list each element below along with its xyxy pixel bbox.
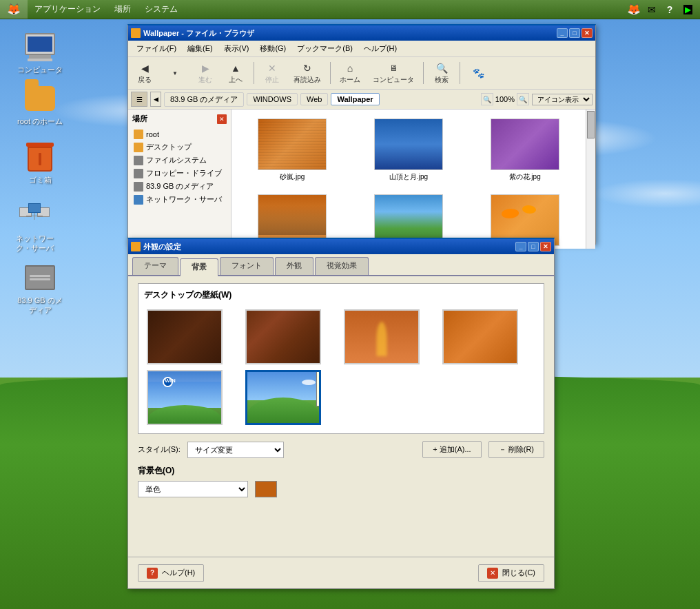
- appearance-minimize[interactable]: _: [515, 242, 526, 251]
- help-button[interactable]: ? ヘルプ(H): [138, 564, 204, 582]
- nav-prev[interactable]: ◀: [150, 92, 161, 107]
- tab-effects[interactable]: 視覚効果: [315, 257, 369, 275]
- sidebar-item-desktop[interactable]: デスクトップ: [131, 141, 228, 154]
- taskbar-menu-apps[interactable]: アプリケーション: [28, 0, 107, 19]
- addr-disk[interactable]: 83.9 GB のメディア: [164, 92, 244, 107]
- wallpaper-item[interactable]: WIN: [147, 370, 223, 425]
- file-browser-window: Wallpaper - ファイル・ブラウザ _ □ ✕ ファイル(F) 編集(E…: [127, 24, 596, 245]
- toolbar-sep4: [460, 62, 460, 84]
- home-label: root のホーム: [17, 116, 63, 126]
- toolbar-computer[interactable]: 🖥 コンピュータ: [368, 59, 419, 87]
- zoom-in-btn[interactable]: 🔍: [517, 93, 529, 105]
- wallpaper-bird: [345, 311, 418, 363]
- wallpaper-leather: [247, 311, 320, 363]
- file-browser-icon: [131, 28, 141, 38]
- sidebar-close[interactable]: ✕: [217, 114, 227, 124]
- file-browser-addressbar: ☰ ◀ 83.9 GB のメディア WINDOWS Web Wallpaper …: [128, 90, 595, 110]
- tab-font[interactable]: フォント: [220, 257, 274, 275]
- file-browser-body: 場所 ✕ root デスクトップ ファイルシステム フロッピー・ドライブ: [128, 110, 595, 249]
- taskbar-terminal-icon[interactable]: ▶: [681, 3, 694, 17]
- toolbar-home[interactable]: ⌂ ホーム: [335, 59, 365, 87]
- file-browser-title: Wallpaper - ファイル・ブラウザ: [143, 28, 554, 39]
- sidebar-item-root[interactable]: root: [131, 128, 228, 141]
- desktop-icon-network[interactable]: ネットワーク・サーバ: [7, 196, 62, 256]
- appearance-titlebar: 外観の設定 _ □ ✕: [128, 239, 554, 254]
- appearance-close[interactable]: ✕: [540, 242, 551, 251]
- desktop-icon-trash[interactable]: ゴミ箱: [12, 138, 68, 187]
- file-browser-scrollbar[interactable]: [586, 110, 595, 249]
- style-select[interactable]: サイズ変更: [187, 442, 284, 458]
- tab-background[interactable]: 背景: [180, 258, 218, 276]
- remove-button[interactable]: － 削除(R): [488, 441, 544, 458]
- zoom-out-btn[interactable]: 🔍: [481, 93, 493, 105]
- menu-edit[interactable]: 編集(E): [182, 42, 218, 55]
- sidebar-item-floppy[interactable]: フロッピー・ドライブ: [131, 167, 228, 180]
- desktop-icon-home[interactable]: root のホーム: [12, 79, 68, 129]
- forward-icon: ▶: [198, 61, 212, 75]
- taskbar-mail-icon[interactable]: ✉: [645, 3, 659, 17]
- scrollbar-thumb[interactable]: [587, 111, 595, 138]
- wallpaper-item-selected[interactable]: 草原.bmp Windows BMP 画像 (800 ピクセル x 600 ピク…: [245, 370, 321, 425]
- style-controls: スタイル(S): サイズ変更 + 追加(A)... － 削除(R): [138, 441, 544, 458]
- toolbar-forward[interactable]: ▶ 進む: [192, 59, 219, 87]
- wallpaper-item[interactable]: [344, 309, 420, 364]
- toolbar-gnome[interactable]: 🐾: [464, 64, 492, 82]
- tab-theme[interactable]: テーマ: [132, 257, 178, 275]
- tab-appearance[interactable]: 外観: [275, 257, 313, 275]
- color-picker-btn[interactable]: [255, 481, 277, 497]
- toolbar-back[interactable]: ◀ 戻る: [131, 59, 158, 87]
- wallpaper-section: デスクトップの壁紙(W): [138, 283, 544, 434]
- addr-wallpaper[interactable]: Wallpaper: [331, 93, 379, 105]
- sidebar-item-filesystem[interactable]: ファイルシステム: [131, 154, 228, 167]
- close-icon: ✕: [487, 568, 498, 579]
- minimize-button[interactable]: _: [557, 28, 568, 38]
- appearance-bottom-bar: ? ヘルプ(H) ✕ 閉じる(C): [128, 557, 554, 588]
- sidebar-item-network[interactable]: ネットワーク・サーバ: [131, 193, 228, 206]
- sidebar-item-media[interactable]: 83.9 GB のメディア: [131, 180, 228, 193]
- taskbar-menu-system[interactable]: システム: [138, 0, 185, 19]
- toolbar-stop[interactable]: ✕ 停止: [258, 59, 286, 87]
- taskbar-app-icon-btn[interactable]: 🦊: [0, 0, 28, 19]
- wallpaper-item[interactable]: [147, 309, 223, 364]
- taskbar-firefox-icon[interactable]: 🦊: [627, 3, 641, 17]
- file-browser-sidebar: 場所 ✕ root デスクトップ ファイルシステム フロッピー・ドライブ: [128, 110, 231, 249]
- toolbar-back-arrow[interactable]: ▼: [161, 64, 189, 82]
- media-label: 83.9 GB のメディア: [15, 296, 65, 316]
- wallpaper-item[interactable]: [245, 309, 321, 364]
- bg-color-select[interactable]: 単色: [138, 481, 248, 497]
- toolbar-up[interactable]: ▲ 上へ: [222, 59, 249, 87]
- menu-file[interactable]: ファイル(F): [131, 42, 182, 55]
- trash-label: ゴミ箱: [29, 175, 52, 185]
- taskbar-menu-places[interactable]: 場所: [107, 0, 138, 19]
- close-window-button[interactable]: ✕ 閉じる(C): [478, 564, 544, 582]
- menu-help[interactable]: ヘルプ(H): [358, 42, 402, 55]
- menu-view[interactable]: 表示(V): [218, 42, 255, 55]
- file-browser-menubar: ファイル(F) 編集(E) 表示(V) 移動(G) ブックマーク(B) ヘルプ(…: [128, 41, 595, 57]
- menu-go[interactable]: 移動(G): [254, 42, 291, 55]
- toolbar-search[interactable]: 🔍 検索: [428, 59, 455, 87]
- addr-windows[interactable]: WINDOWS: [247, 93, 298, 105]
- desktop-icon-media[interactable]: 83.9 GB のメディア: [12, 258, 68, 318]
- file-item[interactable]: 紫の花.jpg: [469, 115, 580, 185]
- wallpaper-item[interactable]: [442, 309, 518, 364]
- taskbar: 🦊 アプリケーション 場所 システム 🦊 ✉ ? ▶: [0, 0, 700, 19]
- sidebar-media-icon: [134, 182, 143, 192]
- sidebar-toggle[interactable]: ☰: [131, 92, 147, 107]
- addr-web[interactable]: Web: [300, 93, 328, 105]
- appearance-maximize[interactable]: □: [528, 242, 539, 251]
- menu-bookmarks[interactable]: ブックマーク(B): [291, 42, 358, 55]
- view-mode-select[interactable]: アイコン表示: [532, 94, 593, 105]
- home-icon: ⌂: [343, 61, 357, 75]
- taskbar-right: 🦊 ✉ ? ▶: [627, 3, 700, 17]
- maximize-button[interactable]: □: [569, 28, 580, 38]
- close-button[interactable]: ✕: [581, 28, 593, 38]
- desktop-icon-computer[interactable]: コンピュータ: [12, 28, 68, 77]
- toolbar-reload[interactable]: ↻ 再読込み: [289, 59, 326, 87]
- add-button[interactable]: + 追加(A)...: [422, 441, 481, 458]
- bg-color-section: 背景色(O) 単色: [138, 465, 544, 497]
- file-item[interactable]: 砂嵐.jpg: [237, 115, 348, 185]
- taskbar-help-icon[interactable]: ?: [663, 3, 677, 17]
- gecko-icon: 🦊: [7, 3, 21, 16]
- file-item[interactable]: 山頂と月.jpg: [353, 115, 464, 185]
- reload-icon: ↻: [300, 61, 314, 75]
